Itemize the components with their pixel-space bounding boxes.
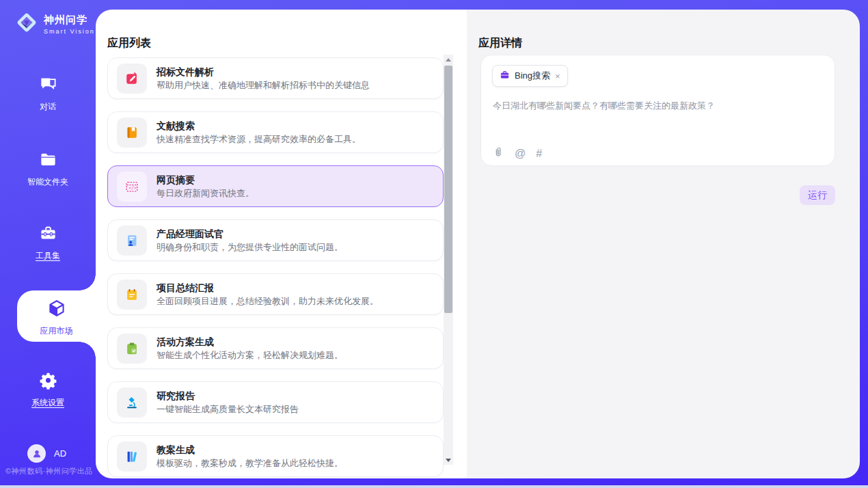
app-name: 网页摘要 <box>157 175 254 185</box>
book-icon <box>117 118 147 148</box>
tab-notch-top <box>79 274 96 290</box>
brand-subtitle: Smart Vision <box>44 28 95 35</box>
app-name: 活动方案生成 <box>157 337 343 347</box>
remove-tag-icon[interactable]: × <box>555 72 560 81</box>
list-item-project-summary[interactable]: 项目总结汇报 全面回顾项目进展，总结经验教训，助力未来优化发展。 <box>107 273 444 315</box>
list-item-event-plan[interactable]: 活动方案生成 智能生成个性化活动方案，轻松解决规划难题。 <box>107 327 444 369</box>
app-name: 招标文件解析 <box>157 67 370 77</box>
clipboard-check-icon <box>117 334 147 364</box>
sidebar-item-label: 对话 <box>40 101 56 113</box>
app-detail-title: 应用详情 <box>478 36 522 51</box>
app-name: 研究报告 <box>157 391 299 401</box>
list-item-web-summary-selected[interactable]: </> 网页摘要 每日政府新闻资讯快查。 <box>107 165 444 207</box>
app-name: 教案生成 <box>157 445 343 455</box>
composer-toolbar: @ # <box>493 146 542 161</box>
briefcase-icon <box>500 70 510 83</box>
app-description: 模板驱动，教案秒成，教学准备从此轻松快捷。 <box>157 459 343 467</box>
toolbox-icon <box>39 224 57 245</box>
run-button[interactable]: 运行 <box>800 185 835 205</box>
app-detail-panel: 应用详情 Bing搜索 × 今日湖北有哪些新闻要点？有哪些需要关注的最新政策？ <box>467 10 860 478</box>
app-name: 产品经理面试官 <box>157 229 343 239</box>
bottom-edge-strip <box>0 485 868 488</box>
main-content: 应用列表 招标文件解析 帮助用户快速、准确地理解和解析招标书中的关键信息 <box>96 10 860 478</box>
scroll-up-arrow[interactable] <box>444 55 453 64</box>
sidebar-item-label: 工具集 <box>36 250 60 262</box>
app-description: 一键智能生成高质量长文本研究报告 <box>157 405 299 414</box>
app-window: 神州问学 Smart Vision 对话 智能文件夹 <box>0 0 868 488</box>
list-item-bid-parse[interactable]: 招标文件解析 帮助用户快速、准确地理解和解析招标书中的关键信息 <box>107 57 444 99</box>
books-icon <box>117 442 147 472</box>
app-name: 文献搜索 <box>157 121 361 131</box>
brand-name: 神州问学 <box>44 14 95 27</box>
chat-icon <box>39 75 57 96</box>
paperclip-icon[interactable] <box>493 146 504 161</box>
app-description: 全面回顾项目进展，总结经验教训，助力未来优化发展。 <box>157 297 379 306</box>
cube-icon <box>47 299 66 321</box>
user-name: AD <box>54 448 66 459</box>
sidebar-item-label: 应用市场 <box>40 325 73 337</box>
interviewer-document-icon <box>117 226 147 256</box>
sidebar-item-app-market[interactable]: 应用市场 <box>17 299 96 337</box>
sidebar-item-toolbox[interactable]: 工具集 <box>0 224 96 262</box>
brand-logo: 神州问学 Smart Vision <box>14 10 95 38</box>
notepad-icon <box>117 280 147 310</box>
app-list: 招标文件解析 帮助用户快速、准确地理解和解析招标书中的关键信息 文献搜索 <box>107 57 444 478</box>
app-description: 明确身份和职责，为您提供专业性的面试问题。 <box>157 243 343 252</box>
diamond-logo-icon <box>14 10 40 38</box>
edit-pencil-icon <box>117 64 147 94</box>
tool-tag-bing-search[interactable]: Bing搜索 × <box>492 65 568 87</box>
folder-icon <box>39 150 57 172</box>
sidebar-active-tab-background: 应用市场 <box>17 290 96 342</box>
scroll-down-arrow[interactable] <box>444 455 453 465</box>
app-description: 智能生成个性化活动方案，轻松解决规划难题。 <box>157 351 343 360</box>
prompt-card: Bing搜索 × 今日湖北有哪些新闻要点？有哪些需要关注的最新政策？ @ # <box>480 55 835 166</box>
app-description: 帮助用户快速、准确地理解和解析招标书中的关键信息 <box>157 81 370 90</box>
list-item-literature-search[interactable]: 文献搜索 快速精准查找学术资源，提高研究效率的必备工具。 <box>107 111 444 153</box>
sidebar-item-chat[interactable]: 对话 <box>0 75 96 113</box>
app-name: 项目总结汇报 <box>157 283 379 293</box>
tab-notch-bottom <box>79 342 96 358</box>
list-item-research-report[interactable]: 研究报告 一键智能生成高质量长文本研究报告 <box>107 381 444 423</box>
app-list-panel: 应用列表 招标文件解析 帮助用户快速、准确地理解和解析招标书中的关键信息 <box>96 10 467 478</box>
app-list-title: 应用列表 <box>107 36 151 51</box>
gear-icon <box>39 371 57 392</box>
user-account[interactable]: AD <box>27 444 66 463</box>
sidebar-item-smart-folder[interactable]: 智能文件夹 <box>0 150 96 188</box>
sidebar-item-label: 智能文件夹 <box>27 176 68 188</box>
list-scrollbar[interactable] <box>444 55 453 465</box>
app-description: 快速精准查找学术资源，提高研究效率的必备工具。 <box>157 135 361 144</box>
scrollbar-thumb[interactable] <box>444 66 452 313</box>
microscope-icon <box>117 388 147 418</box>
avatar <box>27 444 46 463</box>
sidebar-item-settings[interactable]: 系统设置 <box>0 371 96 409</box>
list-item-lesson-plan[interactable]: 教案生成 模板驱动，教案秒成，教学准备从此轻松快捷。 <box>107 435 444 477</box>
copyright-text: ©神州数码·神州问学出品 <box>5 466 93 476</box>
mention-icon[interactable]: @ <box>515 148 526 159</box>
app-description: 每日政府新闻资讯快查。 <box>157 189 254 198</box>
sidebar-item-label: 系统设置 <box>31 397 64 409</box>
browser-code-icon: </> <box>117 172 147 202</box>
svg-text:</>: </> <box>128 185 137 191</box>
list-item-pm-interviewer[interactable]: 产品经理面试官 明确身份和职责，为您提供专业性的面试问题。 <box>107 219 444 261</box>
prompt-input[interactable]: 今日湖北有哪些新闻要点？有哪些需要关注的最新政策？ <box>493 99 821 113</box>
hashtag-icon[interactable]: # <box>536 148 542 159</box>
sidebar: 神州问学 Smart Vision 对话 智能文件夹 <box>0 0 96 488</box>
tool-tag-label: Bing搜索 <box>515 70 550 82</box>
